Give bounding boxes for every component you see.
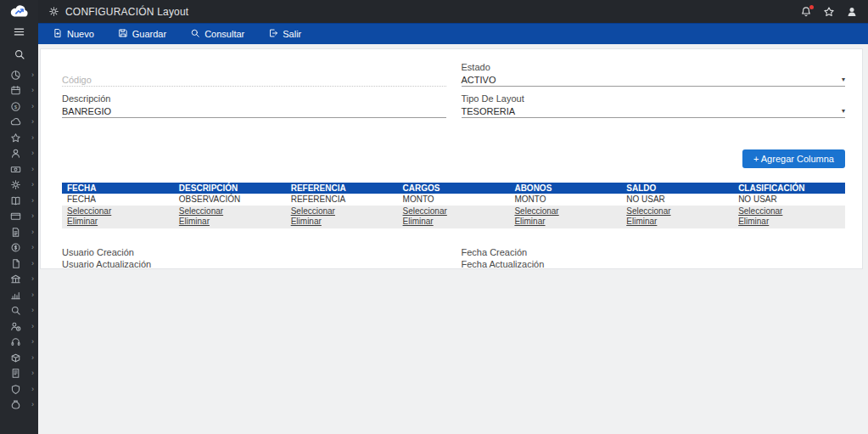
sidebar-item-book[interactable]: › <box>0 193 38 209</box>
sidebar-item-document[interactable]: › <box>0 224 38 240</box>
tipo-layout-label: Tipo De Layout <box>462 93 846 104</box>
search-icon <box>190 28 200 40</box>
sidebar-item-bar-chart[interactable]: › <box>0 287 38 303</box>
chevron-down-icon: ▾ <box>842 76 845 83</box>
descripcion-field: Descripción BANREGIO <box>62 93 446 118</box>
column-actions-cell: SeleccionarEliminar <box>398 206 510 228</box>
layout-config-card: Código Estado ACTIVO ▾ Descripción BAN <box>40 48 863 269</box>
credit-card-icon <box>10 211 21 222</box>
money-bag-icon <box>10 399 21 410</box>
sidebar-item-pie-chart[interactable]: › <box>0 67 38 83</box>
sidebar-item-box[interactable]: › <box>0 350 38 366</box>
eliminar-link[interactable]: Eliminar <box>626 217 728 227</box>
chevron-right-icon: › <box>31 386 34 393</box>
chevron-right-icon: › <box>31 71 34 79</box>
eliminar-link[interactable]: Eliminar <box>403 217 505 227</box>
app-logo[interactable] <box>0 0 38 23</box>
chevron-right-icon: › <box>31 197 34 205</box>
chevron-right-icon: › <box>31 228 34 236</box>
sidebar-item-money-bag[interactable]: › <box>0 397 38 414</box>
app-window: ››$›››››››››››››››››››› CONFIGURACIÓN La… <box>0 0 868 434</box>
sidebar-item-cloud[interactable]: › <box>0 115 38 131</box>
toolbar: Nuevo Guardar Consultar Salir <box>38 23 868 44</box>
sidebar-item-credit-card[interactable]: › <box>0 209 38 225</box>
seleccionar-link[interactable]: Seleccionar <box>179 207 281 217</box>
sidebar-item-headset[interactable]: › <box>0 335 38 351</box>
content-area: Código Estado ACTIVO ▾ Descripción BAN <box>38 44 868 434</box>
file-icon <box>10 258 21 269</box>
coin-icon <box>10 242 21 253</box>
sidebar-item-dollar-circle[interactable]: $› <box>0 99 38 115</box>
sidebar-item-search[interactable]: › <box>0 303 38 319</box>
fecha-actualizacion-label: Fecha Actualización <box>462 258 846 270</box>
chevron-right-icon: › <box>31 103 34 110</box>
salir-button-label: Salir <box>283 29 301 39</box>
descripcion-input[interactable]: BANREGIO <box>62 104 446 118</box>
chevron-right-icon: › <box>31 181 34 189</box>
actions-row: + Agregar Columna <box>62 149 845 168</box>
salir-button[interactable]: Salir <box>268 28 301 40</box>
main-panel: CONFIGURACIÓN Layout Nuevo Guardar Consu… <box>38 0 868 434</box>
column-actions-cell: SeleccionarEliminar <box>286 206 398 228</box>
search-icon[interactable] <box>0 44 38 67</box>
sidebar-item-calendar[interactable]: › <box>0 83 38 99</box>
sidebar-item-gear[interactable]: › <box>0 178 38 194</box>
tipo-layout-select[interactable]: TESORERIA ▾ <box>462 104 846 118</box>
star-icon[interactable] <box>823 6 835 18</box>
sidebar-item-banknote[interactable]: › <box>0 161 38 178</box>
column-actions-cell: SeleccionarEliminar <box>174 206 286 228</box>
descripcion-value: BANREGIO <box>62 106 111 116</box>
topbar: CONFIGURACIÓN Layout <box>38 0 868 23</box>
eliminar-link[interactable]: Eliminar <box>514 217 616 227</box>
bell-icon[interactable] <box>800 6 812 18</box>
column-mapping-value: FECHA <box>62 194 174 206</box>
guardar-button[interactable]: Guardar <box>118 28 166 40</box>
chevron-right-icon: › <box>31 244 34 251</box>
column-header: CARGOS <box>398 183 510 194</box>
seleccionar-link[interactable]: Seleccionar <box>67 207 169 217</box>
save-icon <box>118 28 128 40</box>
seleccionar-link[interactable]: Seleccionar <box>403 207 505 217</box>
user-icon[interactable] <box>846 6 858 18</box>
eliminar-link[interactable]: Eliminar <box>738 217 840 227</box>
topbar-actions <box>800 6 858 18</box>
column-mapping-value: REFERENCIA <box>286 194 398 206</box>
audit-date-block: Fecha Creación Fecha Actualización <box>462 246 846 270</box>
codigo-input[interactable]: Código <box>62 73 446 87</box>
sidebar-item-user-money[interactable]: › <box>0 318 38 335</box>
column-actions-cell: SeleccionarEliminar <box>621 206 733 228</box>
eliminar-link[interactable]: Eliminar <box>291 217 393 227</box>
new-file-icon <box>53 28 63 40</box>
tipo-layout-field: Tipo De Layout TESORERIA ▾ <box>462 93 846 118</box>
sidebar-item-file[interactable]: › <box>0 256 38 272</box>
eliminar-link[interactable]: Eliminar <box>67 217 169 227</box>
user-icon <box>10 148 21 159</box>
menu-icon[interactable] <box>0 23 38 44</box>
sidebar-nav: ››$›››››››››››››››››››› <box>0 67 38 413</box>
sidebar-item-star[interactable]: › <box>0 130 38 146</box>
seleccionar-link[interactable]: Seleccionar <box>291 207 393 217</box>
sidebar-item-bank[interactable]: › <box>0 272 38 288</box>
codigo-field: Código <box>62 62 446 87</box>
estado-select[interactable]: ACTIVO ▾ <box>462 73 846 87</box>
chevron-right-icon: › <box>31 369 34 377</box>
chevron-right-icon: › <box>31 260 34 268</box>
seleccionar-link[interactable]: Seleccionar <box>514 207 616 217</box>
column-mapping-value: MONTO <box>398 194 510 206</box>
sidebar-item-coin[interactable]: › <box>0 240 38 256</box>
consultar-button[interactable]: Consultar <box>190 28 244 40</box>
seleccionar-link[interactable]: Seleccionar <box>626 207 728 217</box>
eliminar-link[interactable]: Eliminar <box>179 217 281 227</box>
agregar-columna-button[interactable]: + Agregar Columna <box>742 149 845 168</box>
sidebar-item-user[interactable]: › <box>0 146 38 162</box>
column-header: SALDO <box>621 183 733 194</box>
column-actions-cell: SeleccionarEliminar <box>62 206 174 228</box>
usuario-creacion-label: Usuario Creación <box>62 246 446 258</box>
seleccionar-link[interactable]: Seleccionar <box>738 207 840 217</box>
sidebar-item-document-alt[interactable]: › <box>0 366 38 382</box>
nuevo-button[interactable]: Nuevo <box>53 28 94 40</box>
chevron-right-icon: › <box>31 307 34 314</box>
bar-chart-icon <box>10 290 21 301</box>
sidebar-item-shield[interactable]: › <box>0 381 38 397</box>
table-actions-row: SeleccionarEliminarSeleccionarEliminarSe… <box>62 206 845 228</box>
